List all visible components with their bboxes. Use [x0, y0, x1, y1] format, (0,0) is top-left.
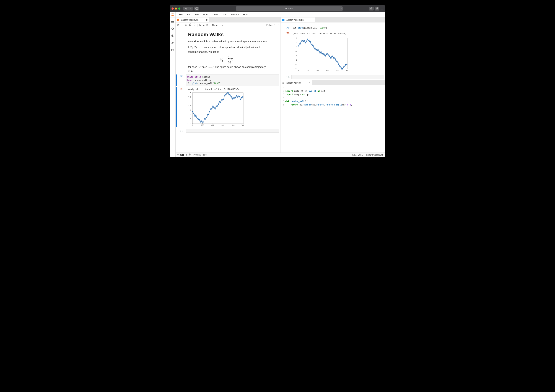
- svg-text:0: 0: [190, 109, 191, 111]
- code-input[interactable]: %matplotlib inline %run random-walk.py p…: [186, 74, 279, 86]
- code-input[interactable]: plt.plot(random_walk(1000)): [291, 26, 384, 30]
- code-input-empty[interactable]: [291, 75, 384, 79]
- line-numbers: 123456: [281, 86, 285, 153]
- folder-icon: [171, 20, 174, 23]
- cut-icon: [185, 23, 187, 26]
- close-tab-button[interactable]: ×: [309, 81, 310, 84]
- output-plot-5: -10-8-6-4-202402004006008001000: [283, 37, 384, 73]
- status-tabs-count[interactable]: 0: [177, 154, 179, 156]
- svg-text:-7.5: -7.5: [187, 122, 191, 124]
- address-bar[interactable]: localhost ⟳: [236, 7, 343, 11]
- reload-button[interactable]: ⟳: [340, 7, 342, 10]
- close-tab-button[interactable]: ×: [312, 19, 313, 21]
- output-plot-1: -7.5-5-2.502.557.51002004006008001000: [176, 92, 279, 127]
- left-pane: n random-walk.ipynb + ▶ ■: [176, 17, 281, 153]
- open-tabs-button[interactable]: [171, 48, 174, 52]
- python-editor[interactable]: 123456 import matplotlib.pyplot as plt i…: [281, 85, 385, 153]
- window-controls: [172, 7, 180, 10]
- code-cell-5[interactable]: [5]: plt.plot(random_walk(1000)): [283, 26, 384, 30]
- status-terminal-icon[interactable]: $_: [180, 154, 184, 156]
- text-file-icon: [282, 81, 285, 84]
- menu-kernel[interactable]: Kernel: [210, 13, 220, 17]
- menu-run[interactable]: Run: [201, 13, 209, 17]
- output-prompt: [5]:: [283, 31, 291, 36]
- cell-type-select[interactable]: Code ⌄: [212, 24, 224, 26]
- svg-text:800: 800: [336, 70, 339, 72]
- stop-circle-icon: [171, 27, 174, 30]
- svg-rect-22: [194, 24, 195, 24]
- copy-cell-button[interactable]: [189, 23, 191, 27]
- interrupt-kernel-button[interactable]: ■: [203, 24, 204, 26]
- fullscreen-window-button[interactable]: [178, 7, 180, 10]
- code-input-empty[interactable]: [186, 129, 279, 133]
- minimize-window-button[interactable]: [175, 7, 177, 10]
- text-bold: random walk: [190, 40, 205, 43]
- forward-button[interactable]: ▶: [188, 7, 193, 10]
- run-cell-button[interactable]: ▶: [199, 24, 201, 26]
- text-math: t ∈ {1, 2, 3, …}: [198, 66, 213, 68]
- code-token: plt.: [292, 27, 298, 29]
- chevron-down-icon: ⌄: [222, 24, 224, 26]
- menu-view[interactable]: View: [193, 13, 201, 17]
- empty-code-cell[interactable]: [ ]:: [176, 129, 279, 133]
- sidebar-toggle-button[interactable]: [194, 7, 199, 10]
- jupyter-icon: [171, 13, 175, 17]
- status-kernel[interactable]: Python 3 | Idle: [193, 154, 207, 156]
- svg-text:-5: -5: [189, 118, 191, 120]
- tab-random-walk-py[interactable]: random-walk.py ×: [281, 80, 312, 85]
- menu-help[interactable]: Help: [241, 13, 250, 17]
- svg-text:200: 200: [307, 70, 309, 72]
- python-code[interactable]: import matplotlib.pyplot as plt import n…: [285, 86, 385, 153]
- new-tab-button[interactable]: +: [380, 8, 383, 11]
- empty-code-cell-right[interactable]: [ ]:: [283, 75, 384, 79]
- status-file[interactable]: random-walk.ipynb: [365, 154, 383, 156]
- jupyter-logo[interactable]: [170, 12, 176, 17]
- cell-gutter: [176, 87, 177, 92]
- restart-kernel-button[interactable]: ⟳: [206, 24, 208, 26]
- paste-cell-button[interactable]: [193, 23, 196, 27]
- tabs-icon: [376, 7, 378, 10]
- notebook-body[interactable]: Random Walks A random walk is a path obt…: [176, 28, 281, 153]
- running-sessions-button[interactable]: [171, 27, 174, 30]
- kernel-status-icon: [277, 24, 279, 26]
- back-button[interactable]: ◀: [183, 7, 188, 10]
- share-icon: [370, 7, 372, 10]
- code-cell-1[interactable]: [1]: %matplotlib inline %run random-walk…: [176, 74, 279, 86]
- status-terminals-count[interactable]: 4: [186, 154, 187, 156]
- menu-tabs[interactable]: Tabs: [220, 13, 229, 17]
- share-button[interactable]: [369, 7, 374, 10]
- close-window-button[interactable]: [172, 7, 174, 10]
- cut-cell-button[interactable]: [185, 23, 187, 27]
- menu-file[interactable]: File: [177, 13, 184, 17]
- commands-button[interactable]: [171, 34, 174, 37]
- console-icon: [282, 19, 285, 21]
- tab-random-walk-notebook-left[interactable]: n random-walk.ipynb: [176, 17, 209, 22]
- tools-button[interactable]: [171, 41, 174, 44]
- svg-rect-21: [194, 24, 195, 26]
- svg-text:-2: -2: [295, 51, 297, 52]
- code-token: %matplotlib: [187, 76, 201, 78]
- chart-right: -10-8-6-4-202402004006008001000: [291, 37, 348, 73]
- save-button[interactable]: [177, 23, 180, 27]
- jupyterlab-app: File Edit View Run Kernel Tabs Settings …: [170, 12, 385, 157]
- svg-text:400: 400: [211, 124, 214, 126]
- svg-text:n: n: [178, 19, 178, 21]
- add-cell-button[interactable]: +: [181, 23, 183, 27]
- code-token: (random_walk(: [303, 27, 320, 29]
- menu-settings[interactable]: Settings: [229, 13, 241, 17]
- svg-point-9: [172, 35, 172, 36]
- text: is a path obtained by accumulating many …: [205, 40, 268, 43]
- kernel-name[interactable]: Python 3: [266, 24, 275, 26]
- code-token: plt.: [187, 82, 192, 85]
- tab-random-walk-notebook-right[interactable]: random-walk.ipynb ×: [281, 17, 315, 22]
- status-environment-icon[interactable]: [189, 153, 191, 156]
- tabs-overview-button[interactable]: [375, 7, 379, 10]
- svg-text:7.5: 7.5: [189, 96, 191, 98]
- text: A: [188, 40, 190, 43]
- menu-edit[interactable]: Edit: [185, 13, 192, 17]
- file-browser-button[interactable]: [171, 20, 174, 23]
- cell-gutter: [176, 74, 177, 86]
- save-icon: [177, 23, 180, 26]
- status-cursor[interactable]: Ln 1, Col 1: [352, 154, 363, 156]
- svg-text:2.5: 2.5: [189, 105, 191, 107]
